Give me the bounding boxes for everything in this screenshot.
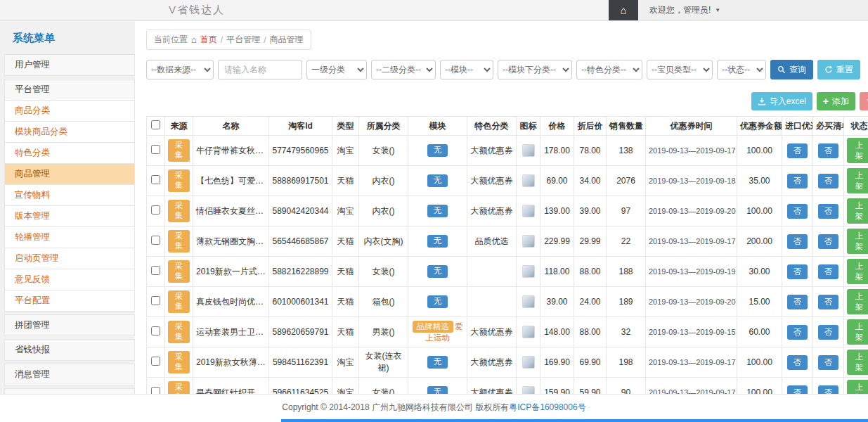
taoke-id: 577479560965	[269, 136, 332, 166]
sidebar-item[interactable]: 省钱快报	[4, 339, 135, 361]
sidebar-item[interactable]: 意见反馈	[4, 269, 135, 290]
price: 178.00	[540, 136, 574, 166]
row-checkbox[interactable]	[151, 326, 160, 335]
user-menu[interactable]: 欢迎您，管理员! ▼	[638, 0, 868, 20]
coupon-time: 2019-09-13—2019-09-17	[646, 136, 737, 166]
sidebar-item[interactable]: 版本管理	[4, 206, 135, 227]
must-buy-toggle[interactable]: 否	[818, 355, 839, 370]
select-all-checkbox[interactable]	[151, 120, 160, 129]
import-select-toggle[interactable]: 否	[787, 204, 808, 219]
discount-price: 69.90	[574, 347, 607, 378]
row-checkbox-cell	[147, 226, 165, 257]
sidebar-item[interactable]: 特色分类	[4, 143, 135, 164]
filter-select[interactable]: 一级分类	[306, 60, 367, 79]
sidebar-item[interactable]: 模块商品分类	[4, 122, 135, 143]
row-checkbox[interactable]	[151, 236, 160, 245]
status-toggle[interactable]: 上架	[847, 350, 868, 375]
sidebar-item[interactable]: 消息管理	[4, 364, 135, 385]
price: 69.00	[540, 166, 574, 196]
coupon-amount: 30.00	[737, 257, 782, 287]
sidebar-item[interactable]: 平台配置	[4, 290, 135, 312]
filter-select[interactable]: --特色分类--	[576, 60, 642, 79]
sidebar-item[interactable]: 拼团管理	[4, 314, 135, 336]
must-buy-toggle[interactable]: 否	[818, 325, 839, 340]
row-checkbox[interactable]	[151, 296, 160, 305]
import-icon	[758, 97, 766, 106]
sidebar-item[interactable]: 商品分类	[4, 101, 135, 122]
filter-select[interactable]: --状态--	[717, 60, 766, 79]
filter-select[interactable]: --模块--	[440, 60, 493, 79]
product-name: 2019新款一片式无...	[193, 257, 269, 287]
table-row: 采集情侣睡衣女夏丝绸男士...589042420344淘宝内衣()无大额优惠券1…	[147, 196, 868, 226]
product-image	[522, 205, 535, 217]
must-buy-toggle[interactable]: 否	[818, 174, 839, 188]
icp-link[interactable]: 粤ICP备16098006号	[509, 402, 585, 412]
column-header: 必买清单	[813, 117, 844, 136]
sidebar-item[interactable]: 用户管理	[4, 54, 135, 76]
breadcrumb-home-link[interactable]: 首页	[200, 34, 217, 46]
status-toggle[interactable]: 上架	[847, 138, 868, 163]
sidebar-item[interactable]: 轮播管理	[4, 227, 135, 248]
must-buy-cell: 否	[813, 166, 844, 196]
batch-delete-button[interactable]: 批量删除	[860, 92, 868, 110]
row-checkbox[interactable]	[151, 357, 160, 366]
row-checkbox[interactable]	[151, 145, 160, 154]
coupon-time: 2019-09-13—2019-09-20	[646, 287, 737, 317]
table-row: 采集薄款无钢圈文胸聚拢性...565446685867天猫内衣(文胸)无品质优选…	[147, 226, 868, 257]
must-buy-toggle[interactable]: 否	[818, 204, 839, 219]
sales-count: 32	[607, 317, 646, 347]
column-header: 优惠券金额	[737, 117, 782, 136]
icon-cell	[517, 166, 540, 196]
import-select-toggle[interactable]: 否	[787, 174, 808, 188]
status-toggle[interactable]: 上架	[847, 319, 868, 345]
filter-select[interactable]: --数据来源--	[146, 60, 214, 79]
module-cell: 无	[408, 226, 467, 257]
status-toggle[interactable]: 上架	[847, 259, 868, 284]
row-checkbox[interactable]	[151, 175, 160, 184]
row-checkbox[interactable]	[151, 266, 160, 275]
status-toggle[interactable]: 上架	[847, 289, 868, 314]
taoke-id: 588869917501	[269, 166, 332, 196]
must-buy-cell: 否	[813, 196, 844, 226]
import-select-toggle[interactable]: 否	[787, 325, 808, 340]
category: 女装()	[359, 136, 408, 166]
sidebar-item[interactable]: 启动页管理	[4, 248, 135, 269]
status-cell: 上架	[844, 347, 868, 378]
column-header: 模块	[408, 117, 467, 136]
status-toggle[interactable]: 上架	[847, 168, 868, 193]
import-select-toggle[interactable]: 否	[787, 264, 808, 279]
filter-select[interactable]: --宝贝类型--	[647, 60, 713, 79]
column-header: 类型	[332, 117, 359, 136]
breadcrumb-item: 平台管理	[226, 34, 260, 46]
row-checkbox-cell	[147, 196, 165, 226]
home-button[interactable]: ⌂	[609, 0, 638, 20]
reset-button[interactable]: 重置	[817, 60, 860, 79]
plus-icon: +	[823, 96, 829, 106]
must-buy-toggle[interactable]: 否	[818, 295, 839, 309]
sidebar-item[interactable]: 宣传物料	[4, 185, 135, 206]
product-name: 情侣睡衣女夏丝绸男士...	[193, 196, 269, 226]
must-buy-toggle[interactable]: 否	[818, 264, 839, 279]
import-select-toggle[interactable]: 否	[787, 234, 808, 249]
column-header: 特色分类	[467, 117, 517, 136]
add-button[interactable]: + 添加	[817, 92, 855, 110]
filter-select[interactable]: --模块下分类--	[498, 60, 572, 79]
import-excel-button[interactable]: 导入excel	[751, 92, 812, 110]
status-toggle[interactable]: 上架	[847, 198, 868, 224]
name-search-input[interactable]	[218, 60, 302, 79]
row-checkbox[interactable]	[151, 205, 160, 215]
home-icon: ⌂	[620, 4, 626, 16]
import-select-toggle[interactable]: 否	[787, 143, 808, 158]
import-select-toggle[interactable]: 否	[787, 295, 808, 309]
filter-bar: --数据来源--一级分类--二级分类----模块----模块下分类----特色分…	[146, 60, 868, 79]
search-button[interactable]: 查询	[770, 60, 813, 79]
module-badge: 无	[427, 295, 448, 308]
status-toggle[interactable]: 上架	[847, 229, 868, 254]
filter-select[interactable]: --二级分类--	[371, 60, 436, 79]
price: 118.00	[540, 257, 574, 287]
sidebar-item[interactable]: 商品管理	[4, 164, 135, 185]
sidebar-item[interactable]: 平台管理	[4, 79, 135, 101]
import-select-toggle[interactable]: 否	[787, 355, 808, 370]
must-buy-toggle[interactable]: 否	[818, 143, 839, 158]
must-buy-toggle[interactable]: 否	[818, 234, 839, 249]
